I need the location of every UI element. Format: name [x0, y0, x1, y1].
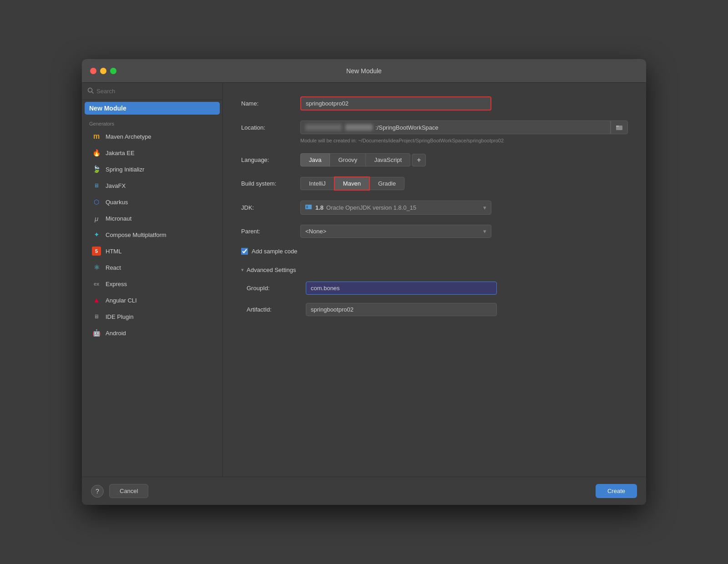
micronaut-icon: μ: [92, 214, 101, 223]
parent-label: Parent:: [241, 228, 300, 235]
parent-dropdown-arrow: ▾: [483, 228, 486, 235]
sidebar-item-ide-plugin[interactable]: 🖥 IDE Plugin: [85, 309, 220, 324]
sidebar-item-label: React: [106, 264, 121, 271]
sidebar-item-quarkus[interactable]: ⬡ Quarkus: [85, 194, 220, 210]
svg-line-1: [92, 92, 94, 94]
sidebar-item-maven-archetype[interactable]: m Maven Archetype: [85, 129, 220, 144]
sidebar-item-android[interactable]: 🤖 Android: [85, 325, 220, 341]
location-label: Location:: [241, 124, 300, 131]
add-language-button[interactable]: +: [412, 154, 426, 166]
name-field: [300, 96, 628, 111]
javafx-icon: 🖥: [92, 181, 101, 190]
sidebar-item-express[interactable]: ex Express: [85, 276, 220, 292]
search-input[interactable]: [96, 88, 217, 95]
chevron-down-icon: ▾: [241, 267, 244, 273]
build-gradle-button[interactable]: Gradle: [369, 177, 404, 190]
language-label: Language:: [241, 156, 300, 163]
location-path-text: :/SpringBootWorkSpace: [375, 124, 439, 131]
name-row: Name:: [241, 96, 628, 111]
language-javascript-button[interactable]: JavaScript: [365, 153, 410, 166]
jdk-select-value: 1.8 Oracle OpenJDK version 1.8.0_15: [305, 204, 416, 212]
sidebar-item-javafx[interactable]: 🖥 JavaFX: [85, 178, 220, 193]
artifactid-field: [306, 303, 628, 316]
svg-rect-5: [306, 206, 308, 208]
react-icon: ⚛: [92, 263, 101, 272]
location-row: Location: :/SpringBootWorkSpace: [241, 121, 628, 134]
language-toggle-group: Java Groovy JavaScript +: [300, 153, 628, 166]
groupid-row: GroupId:: [247, 282, 628, 295]
help-button[interactable]: ?: [91, 485, 104, 498]
sidebar-item-compose[interactable]: ✦ Compose Multiplatform: [85, 227, 220, 242]
advanced-settings-toggle[interactable]: ▾ Advanced Settings: [241, 265, 628, 275]
sidebar-item-label: Quarkus: [106, 199, 128, 206]
location-blur-1: [305, 124, 342, 131]
sidebar: New Module Generators m Maven Archetype …: [82, 83, 223, 477]
sidebar-item-html[interactable]: 5 HTML: [85, 243, 220, 259]
language-field: Java Groovy JavaScript +: [300, 153, 628, 166]
sidebar-item-label: Maven Archetype: [106, 133, 151, 140]
sidebar-item-label: Compose Multiplatform: [106, 232, 167, 238]
artifactid-label: ArtifactId:: [247, 306, 306, 313]
parent-row: Parent: <None> ▾: [241, 225, 628, 238]
sidebar-item-jakarta-ee[interactable]: 🔥 Jakarta EE: [85, 145, 220, 161]
parent-select[interactable]: <None> ▾: [300, 225, 491, 238]
maximize-button[interactable]: [110, 68, 116, 74]
sidebar-item-label: Micronaut: [106, 215, 131, 222]
sample-code-label: Add sample code: [252, 248, 297, 255]
svg-rect-3: [616, 126, 619, 127]
groupid-input[interactable]: [306, 282, 497, 295]
footer: ? Cancel Create: [82, 477, 646, 505]
location-browse-button[interactable]: [611, 121, 628, 134]
build-system-field: IntelliJ Maven Gradle: [300, 176, 628, 191]
sidebar-item-label: JavaFX: [106, 182, 126, 189]
parent-field: <None> ▾: [300, 225, 628, 238]
search-icon: [87, 87, 94, 95]
sidebar-item-label: HTML: [106, 248, 121, 255]
jdk-version: 1.8: [315, 204, 324, 211]
sidebar-item-label: Spring Initializr: [106, 166, 144, 173]
jdk-image-icon: [305, 204, 313, 210]
advanced-settings-section: ▾ Advanced Settings GroupId: ArtifactId:: [241, 265, 628, 316]
html-icon: 5: [92, 247, 101, 256]
location-blur-2: [345, 124, 373, 131]
cancel-button[interactable]: Cancel: [109, 484, 148, 498]
maven-icon: m: [92, 132, 101, 141]
sidebar-item-new-module[interactable]: New Module: [85, 102, 220, 115]
build-intellij-button[interactable]: IntelliJ: [300, 177, 334, 190]
jdk-full-name: Oracle OpenJDK version 1.8.0_15: [326, 204, 416, 211]
angular-icon: ▲: [92, 296, 101, 305]
minimize-button[interactable]: [100, 68, 106, 74]
sample-code-checkbox[interactable]: [241, 248, 248, 255]
sidebar-item-label: Jakarta EE: [106, 150, 135, 156]
footer-left: ? Cancel: [91, 484, 148, 498]
sidebar-item-angular-cli[interactable]: ▲ Angular CLI: [85, 292, 220, 308]
compose-icon: ✦: [92, 230, 101, 239]
name-input[interactable]: [300, 96, 491, 111]
spring-icon: 🍃: [92, 165, 101, 174]
groupid-label: GroupId:: [247, 285, 306, 292]
close-button[interactable]: [90, 68, 96, 74]
quarkus-icon: ⬡: [92, 197, 101, 206]
build-maven-button[interactable]: Maven: [334, 176, 370, 191]
sample-code-row: Add sample code: [241, 248, 628, 255]
artifactid-input[interactable]: [306, 303, 497, 316]
build-system-row: Build system: IntelliJ Maven Gradle: [241, 176, 628, 191]
build-system-label: Build system:: [241, 180, 300, 187]
create-button[interactable]: Create: [596, 484, 637, 498]
language-java-button[interactable]: Java: [300, 153, 330, 166]
sidebar-item-spring-initializr[interactable]: 🍃 Spring Initializr: [85, 161, 220, 177]
search-bar: [82, 83, 222, 100]
express-icon: ex: [92, 279, 101, 288]
sidebar-item-label: Android: [106, 330, 126, 337]
jdk-select[interactable]: 1.8 Oracle OpenJDK version 1.8.0_15 ▾: [300, 201, 491, 215]
sidebar-item-react[interactable]: ⚛ React: [85, 260, 220, 275]
jdk-dropdown-arrow: ▾: [483, 204, 486, 211]
location-path-display[interactable]: :/SpringBootWorkSpace: [300, 121, 611, 134]
dialog-title: New Module: [346, 67, 382, 75]
location-hint-row: Module will be created in: ~/Documents/i…: [241, 136, 628, 143]
main-form: Name: Location: :/SpringBootWorkSpace: [223, 83, 646, 477]
sidebar-item-micronaut[interactable]: μ Micronaut: [85, 211, 220, 226]
location-hint: Module will be created in: ~/Documents/i…: [300, 138, 504, 143]
language-groovy-button[interactable]: Groovy: [329, 153, 366, 166]
build-system-toggle-group: IntelliJ Maven Gradle: [300, 176, 628, 191]
